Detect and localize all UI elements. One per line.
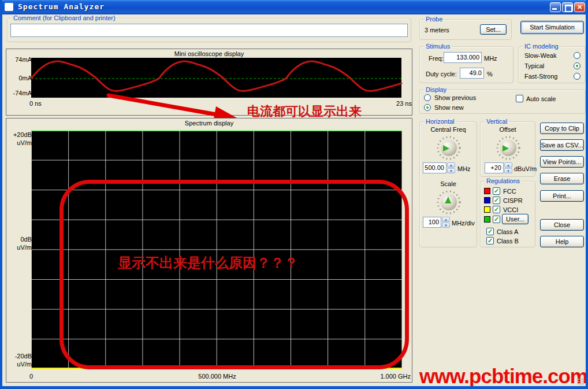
up-arrow-icon[interactable]: ▲ — [442, 217, 450, 222]
duty-unit: % — [487, 71, 493, 77]
ic-option-label: Fast-Strong — [524, 73, 557, 80]
spec-ylabel-bot2: uV/m — [8, 361, 32, 368]
title-bar[interactable]: Spectrum Analyzer — [0, 0, 588, 14]
freq-unit: MHz — [484, 55, 497, 62]
osc-ylabel-bottom: -74mA — [8, 90, 32, 97]
oscilloscope-title: Mini oscilloscope display — [6, 50, 412, 57]
scale-label: Scale — [420, 180, 477, 187]
freq-label: Freq: — [429, 55, 444, 62]
down-arrow-icon[interactable]: ▼ — [504, 168, 512, 173]
comment-input[interactable] — [10, 24, 408, 37]
probe-label: Probe — [424, 16, 444, 23]
offset-unit: dBuV/m — [514, 165, 537, 172]
user-button[interactable]: User... — [502, 214, 529, 224]
osc-ylabel-top: 74mA — [8, 56, 32, 64]
start-simulation-button[interactable]: Start Simulation — [520, 21, 584, 34]
osc-ylabel-zero: 0mA — [8, 75, 32, 82]
probe-set-button[interactable]: Set... — [480, 24, 507, 35]
spec-ylabel-top2: uV/m — [8, 139, 32, 147]
print-button[interactable]: Print... — [540, 190, 584, 202]
offset-stepper[interactable]: ▲▼ — [504, 162, 512, 173]
cispr-label: CISPR — [503, 197, 523, 204]
annotation-rect — [59, 180, 409, 369]
ic-modeling-group: IC modeling Slow-Weak Typical Fast-Stron… — [518, 46, 586, 83]
view-points-button[interactable]: View Points... — [540, 156, 584, 168]
horizontal-label: Horizontal — [424, 118, 456, 125]
cispr-color-swatch — [484, 197, 490, 203]
central-freq-knob[interactable] — [436, 135, 462, 161]
central-freq-label: Central Freq — [420, 126, 477, 133]
close-window-button[interactable] — [574, 2, 585, 12]
window-title: Spectrum Analyzer — [18, 2, 105, 11]
vcci-label: VCCI — [503, 206, 518, 213]
scale-field[interactable]: 100 — [423, 217, 441, 228]
spectrum-panel: Spectrum display 显示不出来是什么原因？？？ +20dB uV/… — [6, 118, 412, 383]
regulations-label: Regulations — [485, 177, 522, 184]
vcci-color-swatch — [484, 206, 490, 213]
user-checkbox[interactable] — [493, 216, 500, 223]
central-freq-field[interactable]: 500.00 — [423, 162, 446, 173]
resize-grip[interactable] — [577, 378, 584, 385]
annotation-spec-note: 显示不出来是什么原因？？？ — [118, 254, 298, 272]
save-as-csv-button[interactable]: Save as CSV... — [540, 139, 584, 151]
help-button[interactable]: Help — [540, 236, 584, 247]
spec-ylabel-top1: +20dB — [8, 131, 32, 139]
ic-option-label: Typical — [524, 62, 544, 69]
vcci-checkbox[interactable] — [493, 206, 500, 213]
scale-unit: MHz/div — [452, 220, 475, 227]
spec-ylabel-mid2: uV/m — [8, 244, 32, 251]
ic-typical-radio[interactable] — [574, 62, 580, 69]
auto-scale-label: Auto scale — [526, 95, 556, 102]
class-a-checkbox[interactable] — [486, 228, 494, 235]
up-arrow-icon[interactable]: ▲ — [504, 162, 512, 168]
comment-group: Comment (for Clipboard and printer) — [7, 18, 411, 42]
spec-xlabel-left: 0 — [29, 373, 33, 380]
display-group: Display Show previous Show new Auto scal… — [419, 90, 586, 114]
down-arrow-icon[interactable]: ▼ — [442, 223, 450, 228]
minimize-button[interactable] — [550, 2, 561, 12]
ic-modeling-label: IC modeling — [523, 43, 560, 50]
stimulus-group: Stimulus Freq: 133.000 MHz Duty cycle: 4… — [419, 46, 513, 83]
freq-field[interactable]: 133.000 — [444, 52, 482, 63]
erase-button[interactable]: Erase — [540, 173, 584, 184]
duty-field[interactable]: 49.0 — [460, 68, 484, 79]
show-new-radio[interactable] — [424, 104, 431, 111]
fcc-color-swatch — [484, 188, 490, 194]
offset-label: Offset — [481, 126, 535, 133]
spec-xlabel-mid: 500.000 MHz — [187, 373, 247, 380]
scale-stepper[interactable]: ▲▼ — [442, 217, 450, 228]
maximize-button[interactable] — [562, 2, 573, 12]
spec-ylabel-mid1: 0dB — [8, 236, 32, 243]
regulations-group: Regulations FCC CISPR VCCI User... Class… — [480, 181, 535, 247]
down-arrow-icon[interactable]: ▼ — [447, 168, 455, 173]
show-new-label: Show new — [434, 104, 464, 111]
copy-to-clip-button[interactable]: Copy to Clip — [540, 123, 584, 134]
stimulus-label: Stimulus — [424, 43, 452, 50]
central-freq-stepper[interactable]: ▲▼ — [447, 162, 455, 173]
display-label: Display — [424, 86, 448, 93]
scale-knob[interactable] — [436, 189, 462, 216]
show-previous-radio[interactable] — [424, 94, 431, 101]
close-button[interactable]: Close — [540, 219, 584, 231]
up-arrow-icon[interactable]: ▲ — [447, 162, 455, 168]
offset-knob[interactable] — [495, 135, 522, 161]
fcc-checkbox[interactable] — [493, 187, 500, 195]
probe-group: Probe 3 meters Set... — [419, 19, 512, 40]
class-b-label: Class B — [497, 238, 519, 244]
ic-slow-weak-radio[interactable] — [574, 52, 580, 59]
horizontal-group: Horizontal Central Freq 500.00 ▲▼ MHz Sc… — [419, 121, 477, 247]
spectrum-plot: 显示不出来是什么原因？？？ — [31, 130, 402, 369]
vertical-group: Vertical Offset +20 ▲▼ dBuV/m — [480, 121, 535, 177]
show-previous-label: Show previous — [434, 94, 476, 101]
app-icon — [5, 3, 13, 11]
spectrum-title: Spectrum display — [6, 120, 412, 127]
user-color-swatch — [484, 216, 490, 223]
ic-fast-strong-radio[interactable] — [574, 73, 580, 80]
offset-field[interactable]: +20 — [485, 162, 504, 173]
ic-option-label: Slow-Weak — [524, 52, 556, 59]
class-b-checkbox[interactable] — [486, 237, 494, 244]
auto-scale-checkbox[interactable] — [516, 95, 523, 102]
osc-xlabel-right: 23 ns — [375, 100, 412, 107]
class-a-label: Class A — [497, 228, 518, 235]
cispr-checkbox[interactable] — [493, 197, 500, 204]
